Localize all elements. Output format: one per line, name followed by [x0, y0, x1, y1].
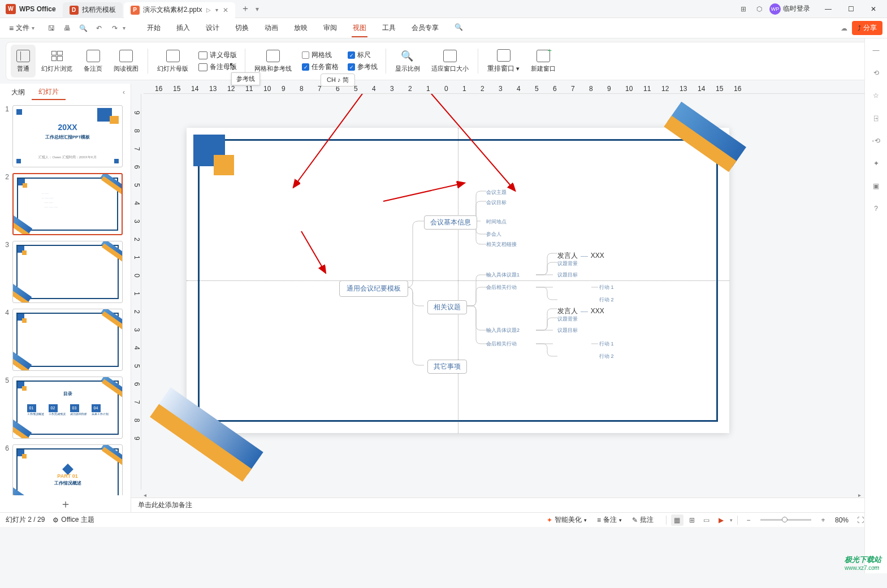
chevron-down-icon[interactable]: ▾: [256, 5, 259, 13]
menu-transition[interactable]: 切换: [227, 20, 257, 36]
menu-animation[interactable]: 动画: [257, 20, 286, 36]
node-other[interactable]: 其它事项: [427, 360, 467, 374]
mindmap-root[interactable]: 通用会议纪要模板: [339, 280, 408, 297]
file-menu[interactable]: ≡ 文件 ▾: [5, 21, 39, 35]
mindmap[interactable]: 通用会议纪要模板 会议基本信息 会议主题 会议目标 时间地点 参会人 相关文档链…: [317, 173, 695, 388]
menu-member[interactable]: 会员专享: [404, 20, 447, 36]
dropdown-icon[interactable]: ▾: [215, 7, 218, 13]
avatar[interactable]: WP: [769, 3, 781, 15]
tab-templates[interactable]: D 找稻壳模板: [63, 2, 123, 18]
menu-view[interactable]: 视图: [345, 20, 374, 36]
slide-list[interactable]: 1 20XX 工作总结汇报PPT模板 汇报人：Owen 汇报时间：20XX年X月…: [0, 101, 131, 495]
login-text[interactable]: 临时登录: [783, 4, 810, 14]
animation-icon[interactable]: ◦⟲: [870, 135, 882, 147]
menu-start[interactable]: 开始: [139, 20, 168, 36]
zoom-slider[interactable]: [760, 519, 811, 521]
cube-icon[interactable]: ⬡: [751, 1, 767, 17]
beautify-button[interactable]: ✦智能美化▾: [547, 515, 587, 525]
zoom-button[interactable]: 🔍 显示比例: [390, 45, 426, 77]
apps-icon[interactable]: ⊞: [735, 1, 751, 17]
menu-design[interactable]: 设计: [198, 20, 227, 36]
slide-thumb-1[interactable]: 1 20XX 工作总结汇报PPT模板 汇报人：Owen 汇报时间：20XX年X月: [2, 105, 128, 167]
minimize-button[interactable]: —: [817, 1, 840, 17]
cloud-icon[interactable]: ☁: [841, 24, 847, 32]
add-slide-button[interactable]: ＋: [0, 495, 131, 512]
view-notes-button[interactable]: 备注页: [78, 45, 108, 77]
gridlines-checkbox[interactable]: 网格线: [302, 50, 339, 60]
notes-toggle[interactable]: ≡备注▾: [597, 515, 622, 525]
maximize-button[interactable]: ☐: [840, 1, 862, 17]
slide[interactable]: 通用会议纪要模板 会议基本信息 会议主题 会议目标 时间地点 参会人 相关文档链…: [187, 128, 729, 433]
handout-master-button[interactable]: 讲义母版: [198, 50, 237, 60]
notes-pane[interactable]: 单击此处添加备注 CH ♪ 简: [131, 498, 887, 512]
arrange-windows-button[interactable]: 重排窗口 ▾: [482, 45, 525, 77]
handout-icon: [198, 51, 207, 59]
tab-outline[interactable]: 大纲: [5, 85, 32, 100]
slide-thumb-4[interactable]: 4: [2, 309, 128, 371]
collapse-panel-icon[interactable]: ‹: [123, 88, 125, 96]
sorter-view-icon[interactable]: ⊞: [686, 514, 698, 526]
checkbox-icon: [348, 63, 355, 71]
export-icon[interactable]: ⍈: [870, 112, 882, 124]
undo-icon[interactable]: ↶: [92, 21, 106, 35]
slide-master-button[interactable]: 幻灯片母版: [152, 45, 194, 77]
guides-checkbox[interactable]: 参考线: [348, 62, 378, 72]
favorite-icon[interactable]: ☆: [870, 89, 882, 102]
effects-icon[interactable]: ✦: [870, 157, 882, 170]
share-button[interactable]: ⤴ 分享: [852, 21, 882, 35]
tab-slides[interactable]: 幻灯片: [32, 85, 66, 100]
normal-view-icon[interactable]: ▦: [671, 514, 683, 526]
page-indicator[interactable]: 幻灯片 2 / 29: [6, 515, 45, 525]
normal-view-icon: [16, 50, 30, 62]
ime-indicator[interactable]: CH ♪ 简: [321, 74, 355, 87]
node-topics[interactable]: 相关议题: [427, 300, 467, 314]
horizontal-scrollbar[interactable]: ◂ ▸: [131, 490, 887, 498]
slide-thumb-2[interactable]: 2 ─ ─── ── ── ── ── ── ── ──: [2, 173, 128, 235]
new-tab-button[interactable]: ＋: [239, 2, 252, 16]
zoom-level[interactable]: 80%: [835, 516, 849, 524]
slide-thumb-3[interactable]: 3: [2, 241, 128, 303]
search-icon[interactable]: 🔍: [447, 20, 471, 36]
theme-indicator[interactable]: ⚙Office 主题: [53, 515, 94, 525]
zoom-in-button[interactable]: +: [817, 514, 829, 526]
reading-view-icon[interactable]: ▭: [700, 514, 713, 526]
template-icon[interactable]: ▣: [870, 180, 882, 192]
notes-master-icon: [198, 63, 207, 71]
node-meeting-info[interactable]: 会议基本信息: [424, 215, 477, 230]
taskpane-checkbox[interactable]: 任务窗格: [302, 62, 339, 72]
arrange-icon: [497, 49, 510, 62]
slideshow-view-icon[interactable]: ▶: [715, 514, 728, 526]
new-window-button[interactable]: + 新建窗口: [525, 45, 561, 77]
menu-slideshow[interactable]: 放映: [286, 20, 315, 36]
view-normal-button[interactable]: 普通: [11, 45, 36, 77]
design-panel-icon[interactable]: ⟲: [870, 67, 882, 79]
vertical-ruler[interactable]: 9876543210123456789: [131, 94, 141, 490]
preview-icon[interactable]: 🔍: [76, 21, 90, 35]
canvas[interactable]: 通用会议纪要模板 会议基本信息 会议主题 会议目标 时间地点 参会人 相关文档链…: [141, 94, 887, 490]
print-icon[interactable]: 🖶: [60, 21, 74, 35]
chevron-down-icon[interactable]: ▾: [123, 25, 126, 31]
view-sorter-button[interactable]: 幻灯片浏览: [36, 45, 78, 77]
ribbon-view: 普通 幻灯片浏览 备注页 阅读视图 幻灯片母版 讲义母版 备注母版 网格和参考线: [6, 42, 881, 80]
menu-tools[interactable]: 工具: [374, 20, 404, 36]
tab-document[interactable]: P 演示文稿素材2.pptx ▷ ▾ ✕: [124, 2, 236, 18]
help-icon[interactable]: ?: [870, 202, 882, 215]
view-reading-button[interactable]: 阅读视图: [108, 45, 144, 77]
slideshow-icon[interactable]: ▷: [206, 7, 211, 13]
comments-toggle[interactable]: ✎批注: [632, 515, 654, 525]
menu-review[interactable]: 审阅: [315, 20, 345, 36]
collapse-sidebar-icon[interactable]: —: [870, 44, 882, 57]
notes-master-button[interactable]: 备注母版: [198, 62, 237, 72]
close-window-button[interactable]: ✕: [862, 1, 885, 17]
redo-icon[interactable]: ↷: [108, 21, 122, 35]
ruler-checkbox[interactable]: 标尺: [348, 50, 378, 60]
close-tab-icon[interactable]: ✕: [223, 6, 228, 14]
reading-icon: [119, 50, 133, 62]
fit-window-button[interactable]: 适应窗口大小: [426, 45, 474, 77]
zoom-out-button[interactable]: −: [742, 514, 755, 526]
slide-thumb-6[interactable]: 6 PART 01 工作情况概述: [2, 444, 128, 495]
save-icon[interactable]: 🖫: [45, 21, 58, 35]
slide-thumb-5[interactable]: 5 目录 01工作情况概述 02工作完成情况 03成功原因剖析 04未来工作计划: [2, 377, 128, 439]
menu-insert[interactable]: 插入: [168, 20, 198, 36]
slide-panel: 大纲 幻灯片 ‹ 1 20XX 工作总结汇报PPT模板 汇报人：Owen 汇报时…: [0, 84, 131, 512]
